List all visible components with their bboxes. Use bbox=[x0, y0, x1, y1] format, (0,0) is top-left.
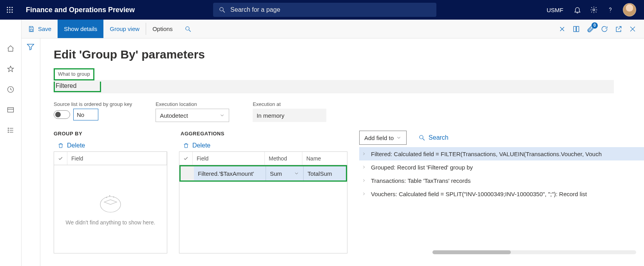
gear-icon[interactable] bbox=[590, 6, 598, 14]
app-launcher-icon[interactable] bbox=[3, 3, 16, 16]
exec-location-label: Execution location bbox=[156, 101, 229, 107]
data-source-tree: Filtered: Calculated field = FILTER(Tran… bbox=[359, 147, 644, 200]
svg-point-33 bbox=[106, 197, 107, 198]
data-source-tree-panel: Add field to Search Filtered: Calculated… bbox=[359, 131, 644, 200]
agg-col-method[interactable]: Method bbox=[265, 152, 302, 165]
show-details-button[interactable]: Show details bbox=[58, 20, 103, 38]
filter-strip bbox=[22, 38, 40, 266]
panel-icon[interactable] bbox=[572, 25, 581, 33]
svg-point-34 bbox=[109, 195, 110, 197]
tree-item-grouped[interactable]: Grouped: Record list 'Filtered' group by bbox=[359, 160, 644, 174]
chevron-down-icon bbox=[396, 135, 402, 140]
nav-rail bbox=[0, 20, 22, 266]
save-label: Save bbox=[38, 26, 51, 32]
ordered-label: Source list is ordered by group key bbox=[54, 101, 132, 107]
groupby-delete-button[interactable]: Delete bbox=[54, 140, 167, 151]
aggregations-grid: Field Method Name Filtered.'$TaxAmount' … bbox=[179, 151, 347, 253]
close-icon[interactable] bbox=[628, 25, 637, 33]
svg-point-6 bbox=[7, 11, 8, 13]
groupby-col-field[interactable]: Field bbox=[67, 152, 167, 165]
svg-line-37 bbox=[423, 138, 425, 140]
tree-item-transactions[interactable]: Transactions: Table 'TaxTrans' records bbox=[359, 174, 644, 187]
recent-icon[interactable] bbox=[3, 82, 18, 97]
home-icon[interactable] bbox=[3, 41, 18, 56]
action-bar: Save Show details Group view Options 0 bbox=[0, 20, 644, 38]
svg-line-10 bbox=[223, 11, 225, 13]
svg-rect-16 bbox=[30, 29, 33, 31]
agg-row-method[interactable]: Sum bbox=[266, 166, 304, 180]
what-to-group-label: What to group bbox=[58, 71, 90, 77]
svg-rect-24 bbox=[8, 107, 14, 112]
main-content: Edit 'Group By' parameters What to group… bbox=[40, 38, 644, 266]
what-to-group-input[interactable]: Filtered bbox=[54, 80, 614, 93]
modules-icon[interactable] bbox=[3, 122, 18, 138]
filter-icon[interactable] bbox=[26, 42, 36, 52]
svg-point-28 bbox=[8, 130, 9, 131]
svg-point-36 bbox=[420, 135, 423, 139]
caret-right-icon bbox=[362, 165, 366, 169]
what-to-group-highlight: What to group bbox=[54, 68, 94, 80]
workspace-icon[interactable] bbox=[3, 102, 18, 118]
empty-box-icon bbox=[98, 193, 123, 214]
svg-point-3 bbox=[7, 9, 8, 10]
tree-item-vouchers[interactable]: Vouchers: Calculated field = SPLIT("INV-… bbox=[359, 187, 644, 200]
agg-check-header[interactable] bbox=[179, 152, 193, 165]
agg-col-name[interactable]: Name bbox=[302, 152, 347, 165]
exec-at-value: In memory bbox=[253, 109, 326, 122]
attachments-icon[interactable]: 0 bbox=[586, 25, 595, 33]
exec-at-label: Execution at bbox=[253, 101, 326, 107]
save-button[interactable]: Save bbox=[22, 20, 58, 38]
star-icon[interactable] bbox=[3, 61, 18, 77]
svg-point-2 bbox=[11, 7, 13, 8]
add-field-to-button[interactable]: Add field to bbox=[359, 131, 407, 145]
search-placeholder: Search for a page bbox=[230, 6, 280, 13]
groupby-check-header[interactable] bbox=[54, 152, 67, 165]
ordered-value[interactable]: No bbox=[73, 109, 98, 120]
popout-icon[interactable] bbox=[614, 25, 623, 33]
ordered-toggle[interactable] bbox=[54, 110, 70, 119]
caret-right-icon bbox=[362, 152, 366, 156]
svg-point-26 bbox=[8, 128, 9, 129]
help-icon[interactable] bbox=[606, 6, 614, 14]
aggregations-panel: AGGREGATIONS Delete Field Method Name bbox=[179, 131, 347, 253]
action-search-icon[interactable] bbox=[179, 20, 197, 38]
exec-location-select[interactable]: Autodetect bbox=[156, 109, 229, 122]
group-view-button[interactable]: Group view bbox=[103, 20, 146, 38]
tree-item-filtered[interactable]: Filtered: Calculated field = FILTER(Tran… bbox=[359, 147, 644, 160]
svg-rect-19 bbox=[573, 26, 576, 31]
connector-icon[interactable] bbox=[558, 25, 566, 33]
horizontal-scrollbar[interactable] bbox=[432, 250, 636, 254]
svg-point-8 bbox=[11, 11, 13, 13]
global-header: Finance and Operations Preview Search fo… bbox=[0, 0, 644, 20]
svg-point-30 bbox=[8, 132, 9, 133]
svg-point-9 bbox=[220, 7, 223, 11]
global-search[interactable]: Search for a page bbox=[213, 3, 436, 17]
aggregations-row-selected[interactable]: Filtered.'$TaxAmount' Sum TotalSum bbox=[179, 165, 347, 182]
options-button[interactable]: Options bbox=[146, 20, 179, 38]
aggregations-delete-button[interactable]: Delete bbox=[179, 140, 347, 151]
svg-point-4 bbox=[9, 9, 10, 10]
app-title: Finance and Operations Preview bbox=[26, 6, 135, 14]
agg-row-name[interactable]: TotalSum bbox=[304, 166, 346, 180]
groupby-grid: Field We didn't find anything to show he… bbox=[54, 151, 167, 253]
chevron-down-icon bbox=[294, 171, 299, 176]
svg-line-18 bbox=[189, 30, 191, 32]
svg-point-1 bbox=[9, 7, 10, 8]
user-avatar[interactable] bbox=[623, 3, 636, 16]
tree-search-button[interactable]: Search bbox=[418, 134, 449, 141]
agg-row-field[interactable]: Filtered.'$TaxAmount' bbox=[194, 166, 266, 180]
svg-point-11 bbox=[593, 9, 595, 11]
company-picker[interactable]: USMF bbox=[547, 7, 564, 13]
svg-rect-20 bbox=[577, 26, 579, 31]
svg-point-7 bbox=[9, 11, 10, 13]
agg-col-field[interactable]: Field bbox=[193, 152, 265, 165]
svg-point-0 bbox=[7, 7, 8, 8]
groupby-empty-text: We didn't find anything to show here. bbox=[66, 219, 156, 226]
what-to-group-value: Filtered bbox=[54, 82, 101, 92]
bell-icon[interactable] bbox=[573, 6, 581, 14]
refresh-icon[interactable] bbox=[600, 25, 609, 33]
svg-point-5 bbox=[11, 9, 13, 10]
chevron-down-icon bbox=[219, 113, 225, 118]
aggregations-heading: AGGREGATIONS bbox=[181, 131, 347, 137]
groupby-panel: GROUP BY Delete Field bbox=[54, 131, 167, 253]
